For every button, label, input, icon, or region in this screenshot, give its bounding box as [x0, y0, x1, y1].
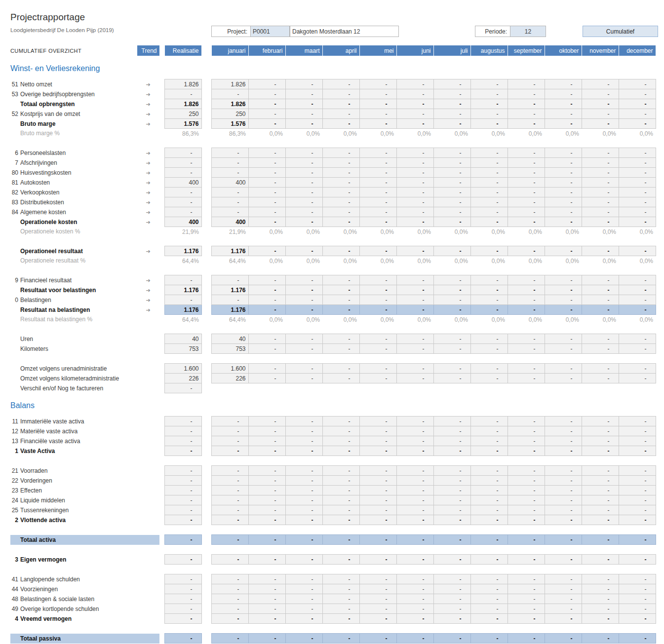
month-value-cell-september: -: [508, 79, 545, 89]
month-value-cell-april: -: [322, 515, 359, 525]
month-value-cell-mei: -: [359, 466, 396, 476]
month-value-cell-maart: -: [285, 535, 322, 545]
month-value-cell-juli: -: [433, 217, 470, 227]
month-value-cell-augustus: 0,0%: [470, 129, 508, 139]
month-header-januari[interactable]: januari: [211, 45, 248, 56]
month-value-cell-februari: -: [248, 168, 285, 178]
month-value-cell-juni: -: [396, 109, 433, 119]
cumulatief-button[interactable]: Cumulatief: [583, 26, 658, 37]
column-gap: [159, 574, 164, 584]
month-value-cell-december: -: [619, 446, 656, 456]
realisatie-value-cell: 753: [164, 344, 201, 354]
empty-month-cell: [545, 383, 582, 393]
month-value-cell-december: -: [619, 285, 656, 295]
trend-empty-cell: [137, 426, 159, 436]
month-value-cell-september: -: [508, 614, 545, 624]
month-value-cell-maart: -: [285, 476, 322, 486]
month-header-november[interactable]: november: [582, 45, 619, 56]
month-value-cell-december: -: [619, 217, 656, 227]
column-gap: [201, 246, 211, 256]
month-value-cell-november: -: [582, 446, 619, 456]
month-header-augustus[interactable]: augustus: [470, 45, 508, 56]
month-value-cell-maart: -: [285, 574, 322, 584]
month-value-cell-augustus: -: [470, 148, 508, 158]
month-value-cell-januari: 40: [211, 334, 248, 344]
month-header-december[interactable]: december: [619, 45, 656, 56]
month-value-cell-augustus: -: [470, 99, 508, 109]
month-value-cell-maart: 0,0%: [285, 315, 322, 325]
month-header-februari[interactable]: februari: [248, 45, 285, 56]
month-value-cell-oktober: -: [545, 476, 582, 486]
spacer-row: [10, 624, 656, 634]
column-gap: [201, 584, 211, 594]
month-value-cell-januari: -: [211, 604, 248, 614]
month-value-cell-augustus: -: [470, 168, 508, 178]
month-value-cell-april: 0,0%: [322, 315, 359, 325]
month-value-cell-juni: -: [396, 285, 433, 295]
spacer: [10, 525, 656, 535]
month-value-cell-februari: -: [248, 555, 285, 565]
table-row: Verschil en/of Nog te factureren-: [10, 383, 656, 393]
realisatie-value-cell: 64,4%: [164, 256, 201, 266]
month-value-cell-oktober: -: [545, 217, 582, 227]
trend-empty-cell: [137, 584, 159, 594]
row-label-text: Bruto marge: [20, 120, 55, 127]
table-row: Operationeel resultaat➔1.1761.176-------…: [10, 246, 656, 256]
month-value-cell-oktober: -: [545, 188, 582, 197]
month-value-cell-oktober: -: [545, 207, 582, 217]
month-value-cell-maart: -: [285, 79, 322, 89]
spacer: [10, 75, 656, 79]
month-value-cell-december: -: [619, 246, 656, 256]
table-row: 84Algemene kosten➔-------------: [10, 207, 656, 217]
month-value-cell-december: -: [619, 535, 656, 545]
month-value-cell-oktober: -: [545, 305, 582, 315]
month-value-cell-december: -: [619, 466, 656, 476]
row-number: 52: [10, 110, 18, 118]
month-value-cell-juli: -: [433, 417, 470, 426]
realisatie-value-cell: -: [164, 426, 201, 436]
month-header-mei[interactable]: mei: [359, 45, 396, 56]
month-value-cell-maart: -: [285, 446, 322, 456]
realisatie-value-cell: -: [164, 207, 201, 217]
month-value-cell-november: -: [582, 604, 619, 614]
table-row: 22Vorderingen-------------: [10, 476, 656, 486]
month-header-september[interactable]: september: [508, 45, 545, 56]
month-value-cell-december: -: [619, 188, 656, 197]
project-code-field[interactable]: P0001: [250, 26, 290, 37]
month-header-april[interactable]: april: [322, 45, 359, 56]
month-value-cell-juli: -: [433, 486, 470, 495]
trend-empty-cell: [137, 614, 159, 624]
spacer: [10, 265, 656, 275]
column-gap: [201, 45, 211, 56]
month-value-cell-november: -: [582, 535, 619, 545]
column-gap: [159, 197, 164, 207]
row-label-text: Afschrijvingen: [20, 159, 57, 166]
month-value-cell-augustus: -: [470, 119, 508, 129]
month-value-cell-april: -: [322, 614, 359, 624]
month-value-cell-juni: 0,0%: [396, 129, 433, 139]
project-name-field[interactable]: Dakgoten Mosterdlaan 12: [290, 26, 398, 37]
column-gap: [201, 188, 211, 197]
column-gap: [201, 207, 211, 217]
month-value-cell-april: -: [322, 207, 359, 217]
empty-month-cell: [433, 383, 470, 393]
month-header-oktober[interactable]: oktober: [545, 45, 582, 56]
row-label: 48Belastingen & sociale lasten: [10, 594, 137, 604]
month-header-juni[interactable]: juni: [396, 45, 433, 56]
row-number: 7: [10, 158, 18, 167]
trend-header-button[interactable]: Trend: [137, 45, 159, 56]
table-row: 21Voorraden-------------: [10, 466, 656, 476]
month-value-cell-mei: -: [359, 168, 396, 178]
month-header-maart[interactable]: maart: [285, 45, 322, 56]
table-row: 24Liquide middelen-------------: [10, 495, 656, 505]
month-value-cell-mei: -: [359, 178, 396, 188]
realisatie-value-cell: -: [164, 594, 201, 604]
month-header-juli[interactable]: juli: [433, 45, 470, 56]
realisatie-header-button[interactable]: Realisatie: [164, 45, 201, 56]
realisatie-value-cell: 1.600: [164, 364, 201, 374]
periode-value-field[interactable]: 12: [510, 26, 546, 37]
month-value-cell-oktober: -: [545, 168, 582, 178]
row-label: 83Distributiekosten: [10, 197, 137, 207]
month-value-cell-maart: -: [285, 334, 322, 344]
month-value-cell-augustus: -: [470, 344, 508, 354]
